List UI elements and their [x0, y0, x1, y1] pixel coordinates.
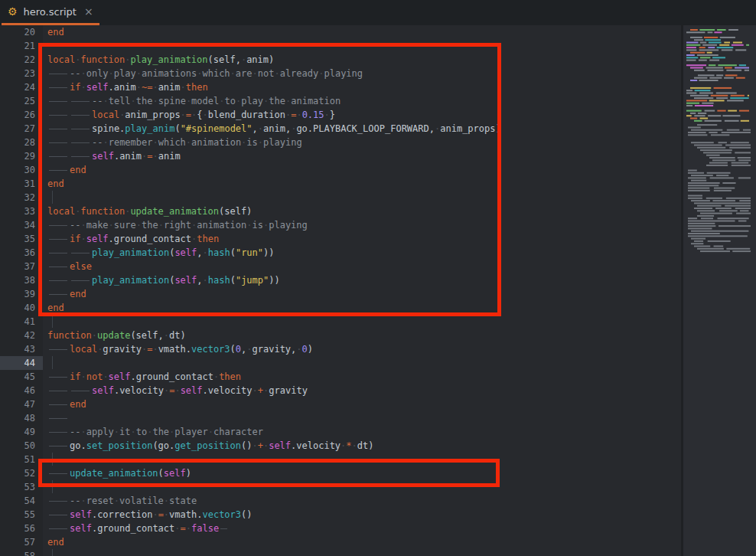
- tab-whitespace-marker: [47, 67, 70, 80]
- code-line[interactable]: 42function·update(self,·dt): [0, 329, 681, 342]
- line-number: 24: [0, 80, 43, 94]
- line-number: 51: [0, 453, 43, 466]
- code-line[interactable]: 54--·reset·volatile·state: [0, 494, 681, 508]
- tab-whitespace-marker: [47, 246, 70, 260]
- code-line-text: [43, 411, 70, 425]
- tab-whitespace-marker: [47, 260, 70, 273]
- line-number: 44: [0, 356, 43, 370]
- code-line-text: --·make·sure·the·right·animation·is·play…: [43, 218, 308, 232]
- code-line[interactable]: 57end: [0, 535, 681, 549]
- code-line[interactable]: 39end: [0, 287, 681, 301]
- line-number: 54: [0, 494, 43, 508]
- code-line[interactable]: 30end: [0, 163, 681, 177]
- line-number: 42: [0, 329, 43, 342]
- code-line[interactable]: 29self.anim·=·anim: [0, 149, 681, 163]
- code-line[interactable]: 38play_animation(self,·hash("jump")): [0, 273, 681, 287]
- code-line[interactable]: 48: [0, 411, 681, 425]
- code-line-text: end: [43, 163, 86, 177]
- indent-guide: [52, 356, 53, 369]
- tab-whitespace-marker: [47, 397, 70, 411]
- code-line-text: end: [43, 535, 64, 549]
- code-line[interactable]: 40end: [0, 301, 681, 315]
- code-line[interactable]: 26local·anim_props·=·{·blend_duration·=·…: [0, 108, 681, 122]
- code-line-text: update_animation(self): [43, 466, 191, 480]
- line-number: 22: [0, 53, 43, 67]
- code-line[interactable]: 23--·only·play·animations·which·are·not·…: [0, 67, 681, 80]
- line-number: 36: [0, 246, 43, 260]
- code-line[interactable]: 27spine.play_anim("#spinemodel",·anim,·g…: [0, 122, 681, 136]
- code-line-text: end: [43, 287, 86, 301]
- close-icon[interactable]: ×: [84, 6, 93, 17]
- code-line[interactable]: 20end: [0, 25, 681, 39]
- code-line[interactable]: 44: [0, 356, 681, 370]
- tab-whitespace-marker: [70, 108, 92, 122]
- line-number: 58: [0, 549, 43, 556]
- code-line[interactable]: 47end: [0, 397, 681, 411]
- code-line[interactable]: 55self.correction·=·vmath.vector3(): [0, 508, 681, 522]
- code-line[interactable]: 21: [0, 39, 681, 53]
- line-number: 25: [0, 94, 43, 108]
- line-number: 35: [0, 232, 43, 246]
- line-number: 34: [0, 218, 43, 232]
- code-line[interactable]: 41: [0, 315, 681, 329]
- code-line-text: [43, 453, 53, 466]
- tab-whitespace-marker: [47, 522, 70, 535]
- code-line-text: self.ground_contact·=·false: [43, 522, 228, 535]
- code-line[interactable]: 50go.set_position(go.get_position()·+·se…: [0, 439, 681, 453]
- code-line[interactable]: 51: [0, 453, 681, 466]
- code-line-text: [43, 480, 53, 494]
- code-line-text: if·not·self.ground_contact·then: [43, 370, 241, 384]
- tab-hero-script[interactable]: ⚙ hero.script ×: [0, 0, 101, 23]
- tab-whitespace-marker: [70, 273, 92, 287]
- code-line[interactable]: 46self.velocity·=·self.velocity·+·gravit…: [0, 384, 681, 397]
- code-line[interactable]: 28--·remember·which·animation·is·playing: [0, 136, 681, 149]
- line-number: 52: [0, 466, 43, 480]
- tab-whitespace-marker: [47, 108, 70, 122]
- code-line-text: local·anim_props·=·{·blend_duration·=·0.…: [43, 108, 335, 122]
- line-number: 33: [0, 204, 43, 218]
- line-number: 41: [0, 315, 43, 329]
- tab-whitespace-marker: [47, 136, 70, 149]
- line-number: 27: [0, 122, 43, 136]
- code-line-text: [43, 356, 53, 370]
- tab-whitespace-marker: [70, 149, 92, 163]
- line-number: 50: [0, 439, 43, 453]
- tab-whitespace-marker: [47, 273, 70, 287]
- code-line[interactable]: 35if·self.ground_contact·then: [0, 232, 681, 246]
- minimap[interactable]: [683, 25, 756, 556]
- code-line[interactable]: 34--·make·sure·the·right·animation·is·pl…: [0, 218, 681, 232]
- code-line[interactable]: 31end: [0, 177, 681, 191]
- tab-whitespace-marker: [47, 370, 70, 384]
- code-line[interactable]: 32: [0, 191, 681, 204]
- code-line-text: --·only·play·animations·which·are·not·al…: [43, 67, 363, 80]
- code-line[interactable]: 56self.ground_contact·=·false: [0, 522, 681, 535]
- tab-whitespace-marker: [47, 163, 70, 177]
- line-number: 31: [0, 177, 43, 191]
- code-line[interactable]: 49--·apply·it·to·the·player·character: [0, 425, 681, 439]
- code-line[interactable]: 45if·not·self.ground_contact·then: [0, 370, 681, 384]
- line-number: 28: [0, 136, 43, 149]
- code-line[interactable]: 22local·function·play_animation(self,·an…: [0, 53, 681, 67]
- code-line[interactable]: 37else: [0, 260, 681, 273]
- code-line[interactable]: 52update_animation(self): [0, 466, 681, 480]
- tab-whitespace-marker: [70, 122, 92, 136]
- code-line[interactable]: 58: [0, 549, 681, 556]
- code-line-text: self.velocity·=·self.velocity·+·gravity: [43, 384, 308, 397]
- code-line-text: [43, 191, 53, 204]
- line-number: 30: [0, 163, 43, 177]
- code-line[interactable]: 24if·self.anim·~=·anim·then: [0, 80, 681, 94]
- code-line[interactable]: 43local·gravity·=·vmath.vector3(0,·gravi…: [0, 342, 681, 356]
- tab-whitespace-marker: [47, 466, 70, 480]
- code-line[interactable]: 25--·tell·the·spine·model·to·play·the·an…: [0, 94, 681, 108]
- code-editor[interactable]: 20end2122local·function·play_animation(s…: [0, 25, 681, 556]
- code-line[interactable]: 33local·function·update_animation(self): [0, 204, 681, 218]
- code-line-text: [43, 315, 53, 329]
- indent-guide: [52, 315, 53, 328]
- code-line[interactable]: 36play_animation(self,·hash("run")): [0, 246, 681, 260]
- code-line-text: --·apply·it·to·the·player·character: [43, 425, 263, 439]
- line-number: 26: [0, 108, 43, 122]
- code-line[interactable]: 53: [0, 480, 681, 494]
- line-number: 48: [0, 411, 43, 425]
- code-line-text: function·update(self,·dt): [43, 329, 186, 342]
- tab-whitespace-marker: [47, 94, 70, 108]
